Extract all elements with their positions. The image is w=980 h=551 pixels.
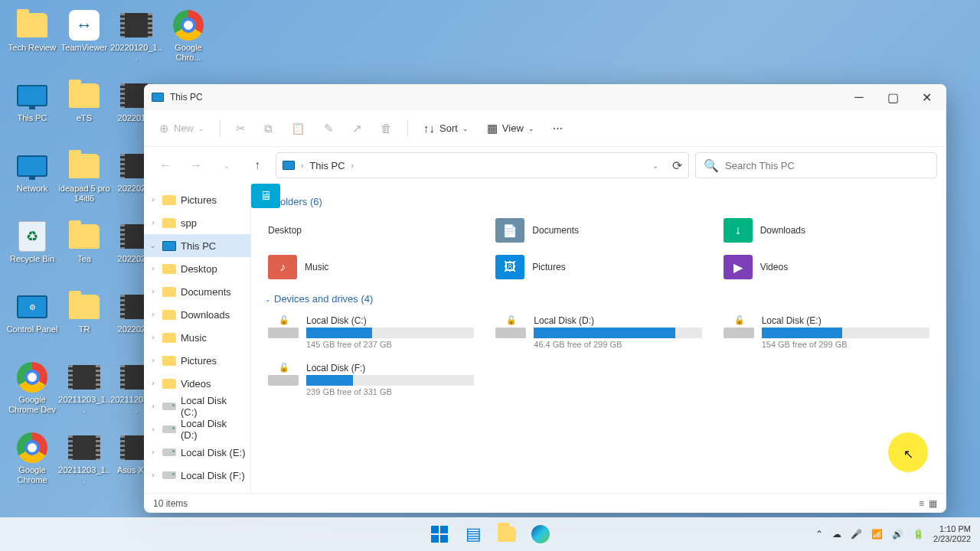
navbar: ← → ⌄ ↑ › This PC › ⌄ ⟳ 🔍 [144, 147, 946, 184]
battery-icon[interactable]: 🔋 [913, 529, 924, 540]
folder-item[interactable]: 🖥Desktop [265, 215, 477, 246]
cursor-highlight [888, 432, 928, 472]
search-icon: 🔍 [704, 158, 719, 173]
sidebar-item[interactable]: ›Music [144, 326, 250, 349]
address-bar[interactable]: › This PC › ⌄ ⟳ [276, 152, 689, 178]
dropdown-icon[interactable]: ⌄ [652, 161, 658, 170]
item-count: 10 items [153, 498, 188, 509]
minimize-button[interactable]: ─ [842, 85, 876, 109]
folder-icon: ↓ [724, 218, 753, 243]
details-view-button[interactable]: ≡ [919, 498, 924, 509]
volume-icon[interactable]: 🔊 [892, 529, 903, 540]
folder-item[interactable]: 🖼Pictures [492, 252, 704, 282]
folder-icon: ♪ [268, 255, 297, 279]
folder-item[interactable]: ▶Videos [720, 252, 933, 282]
rename-button: ✎ [316, 117, 341, 140]
onedrive-icon[interactable]: ☁ [832, 529, 841, 540]
mic-icon[interactable]: 🎤 [851, 529, 862, 540]
sort-button[interactable]: ↑↓Sort⌄ [416, 117, 476, 139]
drive-item[interactable]: 🔓Local Disk (F:)239 GB free of 331 GB [265, 360, 477, 399]
tray-chevron-icon[interactable]: ⌃ [815, 529, 823, 540]
clock[interactable]: 1:10 PM 2/23/2022 [933, 524, 971, 544]
desktop-icon[interactable]: Google Chro... [162, 9, 214, 63]
titlebar[interactable]: This PC ─ ▢ ✕ [144, 84, 946, 110]
drive-item[interactable]: 🔓Local Disk (D:)46.4 GB free of 299 GB [492, 312, 704, 352]
desktop-icon[interactable]: ideapad 5 pro 14itl6 [58, 150, 110, 204]
sidebar-item[interactable]: ›Local Disk (F:) [144, 464, 250, 487]
desktop-icon[interactable]: Network [6, 150, 58, 194]
search-box[interactable]: 🔍 [695, 152, 937, 178]
more-button[interactable]: ⋯ [545, 118, 570, 139]
desktop-icon[interactable]: 20220120_1... [110, 9, 162, 63]
desktop-icon[interactable]: TeamViewer [58, 9, 110, 53]
sidebar-item[interactable]: ›Desktop [144, 257, 250, 280]
desktop-icon[interactable]: This PC [6, 80, 58, 123]
desktop-icon[interactable]: 20211203_1... [58, 361, 110, 415]
taskbar-notepad[interactable]: ▤ [459, 520, 488, 549]
sidebar-item[interactable]: ›Pictures [144, 349, 250, 372]
cursor-icon: ↖ [903, 447, 913, 461]
sidebar-item[interactable]: ›Local Disk (E:) [144, 441, 250, 464]
copy-button: ⧉ [256, 117, 280, 140]
breadcrumb[interactable]: This PC [309, 160, 345, 171]
tiles-view-button[interactable]: ▦ [929, 498, 937, 509]
sidebar-item[interactable]: ›Documents [144, 280, 250, 303]
folders-group-header[interactable]: ⌄Folders (6) [265, 196, 933, 207]
system-tray[interactable]: ⌃ ☁ 🎤 📶 🔊 🔋 1:10 PM 2/23/2022 [815, 524, 980, 544]
wifi-icon[interactable]: 📶 [871, 529, 883, 540]
sidebar: ›Pictures›spp⌄This PC›Desktop›Documents›… [144, 184, 251, 493]
delete-button: 🗑 [373, 117, 400, 139]
chevron-down-icon: ⌄ [265, 295, 271, 303]
recent-button[interactable]: ⌄ [214, 153, 239, 178]
share-button: ↗ [345, 117, 370, 140]
drive-icon: 🔓 [268, 315, 299, 340]
sidebar-item[interactable]: ›Downloads [144, 303, 250, 326]
forward-button[interactable]: → [184, 153, 208, 178]
desktop-icon[interactable]: Google Chrome Dev [6, 361, 58, 415]
sidebar-item[interactable]: ›Local Disk (D:) [144, 418, 250, 441]
desktop-icon[interactable]: ⚙Control Panel [6, 291, 58, 334]
cut-button: ✂ [228, 117, 253, 140]
window-title: This PC [170, 92, 203, 103]
desktop-icon[interactable]: Recycle Bin [6, 220, 58, 264]
drive-item[interactable]: 🔓Local Disk (E:)154 GB free of 299 GB [720, 312, 933, 352]
sidebar-item[interactable]: ›Pictures [144, 188, 250, 211]
close-button[interactable]: ✕ [910, 85, 943, 109]
start-button[interactable] [425, 520, 454, 549]
desktop-icon[interactable]: Tea [58, 220, 110, 264]
toolbar: ⊕New⌄ ✂ ⧉ 📋 ✎ ↗ 🗑 ↑↓Sort⌄ ▦View⌄ ⋯ [144, 110, 946, 147]
new-button[interactable]: ⊕New⌄ [152, 117, 212, 140]
drives-group-header[interactable]: ⌄Devices and drives (4) [265, 293, 933, 305]
desktop-icon[interactable]: eTS [58, 80, 110, 123]
folder-icon: 🖼 [495, 255, 524, 279]
sidebar-item[interactable]: ⌄This PC [144, 234, 250, 257]
sidebar-item[interactable]: ›Local Disk (C:) [144, 395, 250, 418]
paste-button: 📋 [283, 117, 313, 140]
folder-item[interactable]: ♪Music [265, 252, 477, 282]
drive-item[interactable]: 🔓Local Disk (C:)145 GB free of 237 GB [265, 312, 477, 352]
explorer-window: This PC ─ ▢ ✕ ⊕New⌄ ✂ ⧉ 📋 ✎ ↗ 🗑 ↑↓Sort⌄ … [144, 84, 946, 513]
folder-icon: 🖥 [251, 184, 280, 208]
sidebar-item[interactable]: ›Videos [144, 372, 250, 395]
taskbar-explorer[interactable] [492, 520, 521, 549]
view-button[interactable]: ▦View⌄ [479, 117, 542, 140]
folder-item[interactable]: ↓Downloads [720, 215, 933, 246]
folder-icon: 📄 [495, 218, 524, 243]
statusbar: 10 items ≡ ▦ [144, 493, 946, 513]
desktop-icon[interactable]: Google Chrome [6, 432, 58, 485]
up-button[interactable]: ↑ [245, 153, 270, 178]
desktop-icon[interactable]: TR [58, 291, 110, 334]
desktop-icon[interactable]: Tech Review [6, 9, 58, 53]
maximize-button[interactable]: ▢ [876, 85, 910, 109]
refresh-button[interactable]: ⟳ [672, 158, 682, 173]
search-input[interactable] [725, 160, 929, 171]
chevron-right-icon: › [351, 161, 354, 170]
drive-icon: 🔓 [268, 363, 299, 387]
this-pc-icon [152, 93, 164, 102]
folder-item[interactable]: 📄Documents [492, 215, 704, 246]
taskbar-edge[interactable] [526, 520, 555, 549]
sidebar-item[interactable]: ›spp [144, 211, 250, 234]
desktop-icon[interactable]: 20211203_1... [58, 432, 110, 485]
back-button[interactable]: ← [153, 153, 178, 178]
drive-icon: 🔓 [724, 315, 754, 340]
